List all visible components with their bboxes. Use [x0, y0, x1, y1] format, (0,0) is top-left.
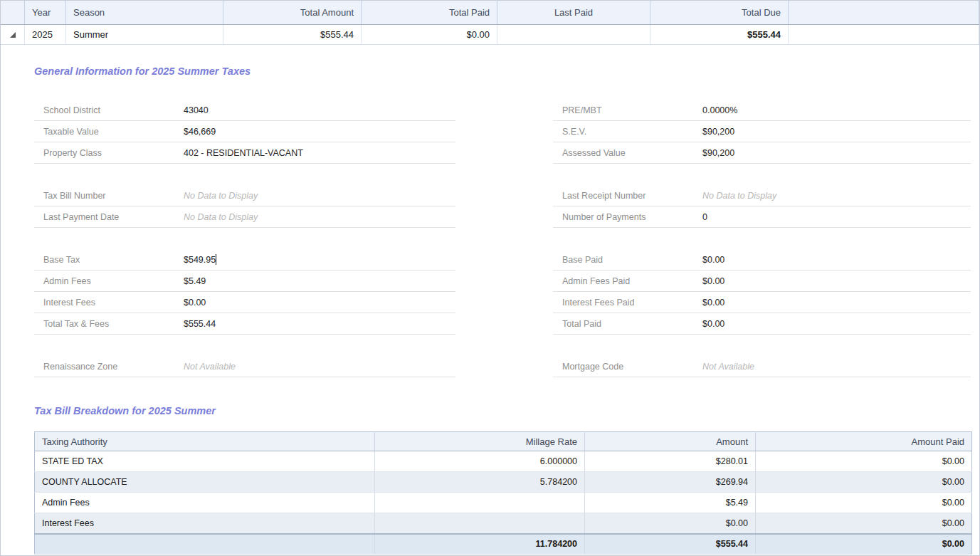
- field-total-tax-and-fees: Total Tax & Fees $555.44: [34, 313, 455, 335]
- field-label: Last Receipt Number: [553, 191, 702, 201]
- field-assessed-value: Assessed Value $90,200: [553, 142, 971, 164]
- season-cell[interactable]: Summer: [66, 25, 223, 45]
- field-label: S.E.V.: [553, 127, 702, 137]
- row-expander-cell[interactable]: [1, 25, 25, 45]
- billing-group-left: Tax Bill Number No Data to Display Last …: [34, 185, 455, 228]
- breakdown-row-interest-fees[interactable]: Interest Fees $0.00 $0.00: [35, 513, 972, 534]
- column-header-taxing-authority[interactable]: Taxing Authority: [35, 432, 375, 451]
- field-renaissance-zone: Renaissance Zone Not Available: [34, 356, 455, 377]
- field-tax-bill-number: Tax Bill Number No Data to Display: [34, 185, 455, 206]
- field-total-paid: Total Paid $0.00: [553, 313, 971, 335]
- millage-rate-cell[interactable]: 5.784200: [375, 472, 585, 493]
- field-admin-fees: Admin Fees $5.49: [34, 271, 455, 292]
- millage-rate-cell[interactable]: 6.000000: [375, 451, 585, 472]
- field-label: Mortgage Code: [553, 362, 702, 372]
- field-label: Base Tax: [34, 255, 184, 265]
- field-label: PRE/MBT: [553, 105, 702, 115]
- collapse-row-triangle-icon[interactable]: [10, 32, 16, 38]
- field-label: Renaissance Zone: [34, 362, 184, 372]
- field-value: 402 - RESIDENTIAL-VACANT: [184, 148, 303, 158]
- amount-paid-cell[interactable]: $0.00: [756, 472, 972, 493]
- paid-amounts-group-right: Base Paid $0.00 Admin Fees Paid $0.00 In…: [553, 249, 971, 335]
- field-label: School District: [34, 105, 184, 115]
- field-value-empty: Not Available: [702, 362, 754, 372]
- summary-grid-header-row: Year Season Total Amount Total Paid Last…: [1, 1, 979, 25]
- field-value: $0.00: [702, 319, 725, 329]
- misc-group-right: Mortgage Code Not Available: [553, 356, 971, 377]
- column-header-millage-rate[interactable]: Millage Rate: [375, 432, 585, 451]
- field-value: $0.00: [702, 255, 725, 265]
- tax-bill-breakdown-table: Taxing Authority Millage Rate Amount Amo…: [34, 431, 972, 555]
- column-header-filler: [789, 1, 979, 25]
- total-label-cell: [35, 534, 375, 555]
- billing-group-right: Last Receipt Number No Data to Display N…: [553, 185, 971, 228]
- amount-paid-cell[interactable]: $0.00: [756, 493, 972, 513]
- millage-rate-cell[interactable]: [375, 513, 585, 534]
- field-value-empty: No Data to Display: [184, 191, 258, 201]
- column-header-season[interactable]: Season: [66, 1, 223, 25]
- amount-cell[interactable]: $0.00: [585, 513, 756, 534]
- field-property-class: Property Class 402 - RESIDENTIAL-VACANT: [34, 142, 455, 164]
- assessment-group-right: PRE/MBT 0.0000% S.E.V. $90,200 Assessed …: [553, 100, 971, 164]
- field-value-empty: No Data to Display: [184, 212, 258, 222]
- field-value: $0.00: [184, 298, 206, 308]
- field-number-of-payments: Number of Payments 0: [553, 206, 971, 228]
- misc-group-left: Renaissance Zone Not Available: [34, 356, 455, 377]
- total-amount-cell[interactable]: $555.44: [223, 25, 362, 45]
- field-base-tax[interactable]: Base Tax $549.95: [34, 249, 455, 271]
- taxing-authority-cell[interactable]: Interest Fees: [35, 513, 375, 534]
- taxing-authority-cell[interactable]: Admin Fees: [35, 493, 375, 513]
- column-header-total-amount[interactable]: Total Amount: [223, 1, 362, 25]
- field-value: $90,200: [702, 148, 734, 158]
- millage-rate-cell[interactable]: [375, 493, 585, 513]
- general-information-heading: General Information for 2025 Summer Taxe…: [34, 65, 971, 77]
- field-school-district: School District 43040: [34, 100, 455, 121]
- field-value: $0.00: [702, 298, 725, 308]
- column-header-total-paid[interactable]: Total Paid: [362, 1, 497, 25]
- column-header-amount-paid[interactable]: Amount Paid: [756, 432, 972, 451]
- field-value-empty: No Data to Display: [702, 191, 776, 201]
- tax-amounts-group-left: Base Tax $549.95 Admin Fees $5.49 Intere…: [34, 249, 455, 335]
- field-label: Number of Payments: [553, 212, 702, 222]
- column-header-total-due[interactable]: Total Due: [650, 1, 789, 25]
- total-due-cell[interactable]: $555.44: [650, 25, 789, 45]
- field-value: 0: [702, 212, 707, 222]
- amount-cell[interactable]: $269.94: [585, 472, 756, 493]
- last-paid-cell[interactable]: [497, 25, 650, 45]
- field-taxable-value: Taxable Value $46,669: [34, 121, 455, 142]
- field-mortgage-code: Mortgage Code Not Available: [553, 356, 971, 377]
- field-value: $46,669: [184, 127, 216, 137]
- year-cell[interactable]: 2025: [25, 25, 66, 45]
- column-header-year[interactable]: Year: [25, 1, 66, 25]
- field-value: $90,200: [702, 127, 734, 137]
- field-label: Last Payment Date: [34, 212, 184, 222]
- column-header-amount[interactable]: Amount: [585, 432, 756, 451]
- text-cursor: [216, 254, 216, 265]
- taxing-authority-cell[interactable]: COUNTY ALLOCATE: [35, 472, 375, 493]
- field-pre-mbt: PRE/MBT 0.0000%: [553, 100, 971, 121]
- breakdown-total-row: 11.784200 $555.44 $0.00: [35, 534, 972, 555]
- general-information-columns: School District 43040 Taxable Value $46,…: [34, 77, 971, 377]
- column-header-expander: [1, 1, 25, 25]
- breakdown-row-state-ed-tax[interactable]: STATE ED TAX 6.000000 $280.01 $0.00: [35, 451, 972, 472]
- field-label: Interest Fees Paid: [553, 298, 702, 308]
- total-millage-cell: 11.784200: [375, 534, 585, 555]
- amount-cell[interactable]: $280.01: [585, 451, 756, 472]
- column-header-last-paid[interactable]: Last Paid: [497, 1, 650, 25]
- field-value-focused[interactable]: $549.95: [184, 254, 216, 265]
- summary-grid-data-row[interactable]: 2025 Summer $555.44 $0.00 $555.44: [1, 25, 979, 45]
- amount-cell[interactable]: $5.49: [585, 493, 756, 513]
- field-label: Tax Bill Number: [34, 191, 184, 201]
- amount-paid-cell[interactable]: $0.00: [756, 513, 972, 534]
- breakdown-row-county-allocate[interactable]: COUNTY ALLOCATE 5.784200 $269.94 $0.00: [35, 472, 972, 493]
- field-label: Property Class: [34, 148, 184, 158]
- field-label: Base Paid: [553, 255, 702, 265]
- amount-paid-cell[interactable]: $0.00: [756, 451, 972, 472]
- tax-bill-breakdown-heading: Tax Bill Breakdown for 2025 Summer: [34, 405, 971, 416]
- total-amount-cell: $555.44: [585, 534, 756, 555]
- taxing-authority-cell[interactable]: STATE ED TAX: [35, 451, 375, 472]
- tax-detail-page: Year Season Total Amount Total Paid Last…: [0, 0, 980, 556]
- breakdown-row-admin-fees[interactable]: Admin Fees $5.49 $0.00: [35, 493, 972, 513]
- total-paid-cell[interactable]: $0.00: [362, 25, 497, 45]
- general-info-right-column: PRE/MBT 0.0000% S.E.V. $90,200 Assessed …: [553, 77, 971, 377]
